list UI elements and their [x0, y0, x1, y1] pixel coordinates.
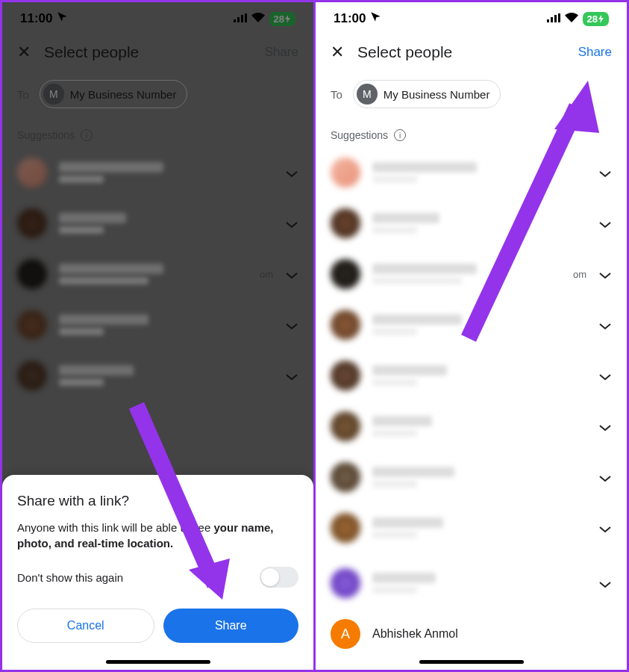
avatar: [331, 158, 360, 187]
list-item[interactable]: om: [2, 249, 313, 299]
home-indicator[interactable]: [106, 660, 210, 664]
status-left: 11:00: [334, 11, 381, 26]
phone-left: 11:00 28 ✕ Select people Share To M My B…: [2, 2, 313, 670]
contact-info: [59, 264, 263, 284]
sheet-buttons: Cancel Share: [17, 609, 298, 643]
dont-show-label: Don't show this again: [17, 571, 123, 584]
list-item[interactable]: [316, 503, 627, 553]
share-button[interactable]: Share: [578, 45, 612, 60]
avatar: [331, 259, 360, 289]
contact-info: [372, 416, 586, 437]
contact-info: [372, 162, 586, 183]
list-item[interactable]: [316, 452, 627, 503]
chevron-down-icon[interactable]: [598, 266, 612, 283]
visible-fragment: om: [573, 269, 586, 280]
visible-fragment: om: [260, 269, 273, 280]
chevron-down-icon[interactable]: [598, 164, 612, 181]
contact-info: [59, 162, 273, 183]
chevron-down-icon[interactable]: [598, 317, 612, 334]
status-right: 28: [234, 11, 295, 26]
recipient-chip[interactable]: M My Business Number: [40, 80, 188, 108]
header: ✕ Select people Share: [316, 32, 627, 72]
status-time: 11:00: [20, 11, 52, 26]
svg-rect-6: [554, 15, 557, 22]
info-icon[interactable]: i: [394, 129, 406, 141]
chip-avatar: M: [43, 84, 64, 105]
close-icon[interactable]: ✕: [17, 43, 31, 62]
battery-indicator: 28: [583, 12, 609, 26]
list-item[interactable]: [316, 198, 627, 249]
avatar: [331, 361, 360, 391]
svg-rect-3: [245, 13, 247, 22]
avatar: [17, 361, 47, 391]
svg-rect-7: [558, 13, 560, 22]
header: ✕ Select people Share: [2, 32, 313, 72]
chevron-down-icon[interactable]: [285, 164, 298, 181]
avatar: [17, 259, 47, 289]
contact-info: [372, 573, 586, 594]
recipient-chip[interactable]: M My Business Number: [353, 80, 501, 108]
contact-info: [372, 264, 576, 284]
page-title: Select people: [44, 43, 251, 61]
chevron-down-icon[interactable]: [598, 418, 612, 435]
close-icon[interactable]: ✕: [331, 43, 344, 62]
to-label: To: [331, 88, 342, 101]
signal-icon: [547, 11, 560, 26]
svg-rect-4: [547, 19, 549, 22]
status-bar: 11:00 28: [2, 2, 313, 32]
cancel-button[interactable]: Cancel: [17, 609, 154, 643]
chevron-down-icon[interactable]: [598, 367, 612, 385]
list-item[interactable]: [316, 147, 627, 198]
list-item[interactable]: [2, 198, 313, 249]
list-item[interactable]: [316, 401, 627, 452]
avatar: [331, 411, 360, 441]
contact-info: [372, 467, 586, 488]
chevron-down-icon[interactable]: [598, 469, 612, 486]
avatar: [331, 462, 360, 492]
content-right: 11:00 28 ✕ Select people Share To M My B…: [316, 2, 627, 670]
chevron-down-icon[interactable]: [598, 215, 612, 232]
suggestions-label: Suggestions: [331, 129, 388, 141]
list-item[interactable]: [316, 350, 627, 401]
contact-info: [372, 213, 586, 234]
chip-avatar: M: [357, 84, 378, 105]
suggestions-header: Suggestions i: [2, 120, 313, 147]
share-button[interactable]: Share: [163, 609, 299, 643]
chevron-down-icon[interactable]: [285, 317, 298, 334]
contact-info: [372, 365, 586, 386]
contact-info: [372, 314, 586, 335]
page-title: Select people: [357, 43, 565, 61]
chevron-down-icon[interactable]: [285, 215, 298, 232]
contact-info: [59, 314, 273, 335]
list-item[interactable]: [2, 299, 313, 350]
list-item[interactable]: om: [316, 249, 627, 299]
list-item[interactable]: [2, 147, 313, 198]
avatar: [331, 513, 360, 543]
dont-show-toggle[interactable]: [260, 567, 298, 588]
contact-list[interactable]: om A Abhishek Anmol: [316, 147, 627, 670]
contact-info: [59, 213, 273, 234]
list-item[interactable]: [316, 553, 627, 609]
share-button[interactable]: Share: [265, 45, 298, 60]
contact-info: [59, 365, 273, 386]
chevron-down-icon[interactable]: [285, 266, 298, 283]
home-indicator[interactable]: [419, 660, 524, 664]
info-icon[interactable]: i: [81, 129, 93, 141]
list-item[interactable]: [316, 299, 627, 350]
wifi-icon: [251, 11, 265, 26]
svg-rect-0: [234, 19, 236, 22]
avatar: [17, 208, 47, 238]
status-left: 11:00: [20, 11, 68, 26]
contact-name: Abhishek Anmol: [372, 627, 458, 641]
location-icon: [370, 11, 381, 26]
chevron-down-icon[interactable]: [598, 520, 612, 537]
chevron-down-icon[interactable]: [598, 575, 612, 592]
dont-show-row: Don't show this again: [17, 567, 298, 588]
chevron-down-icon[interactable]: [285, 367, 298, 385]
chip-label: My Business Number: [384, 88, 490, 101]
list-item[interactable]: A Abhishek Anmol: [316, 609, 627, 659]
list-item[interactable]: [2, 350, 313, 401]
sheet-body: Anyone with this link will be able to se…: [17, 520, 298, 553]
avatar: [331, 568, 360, 598]
svg-rect-1: [237, 17, 240, 22]
